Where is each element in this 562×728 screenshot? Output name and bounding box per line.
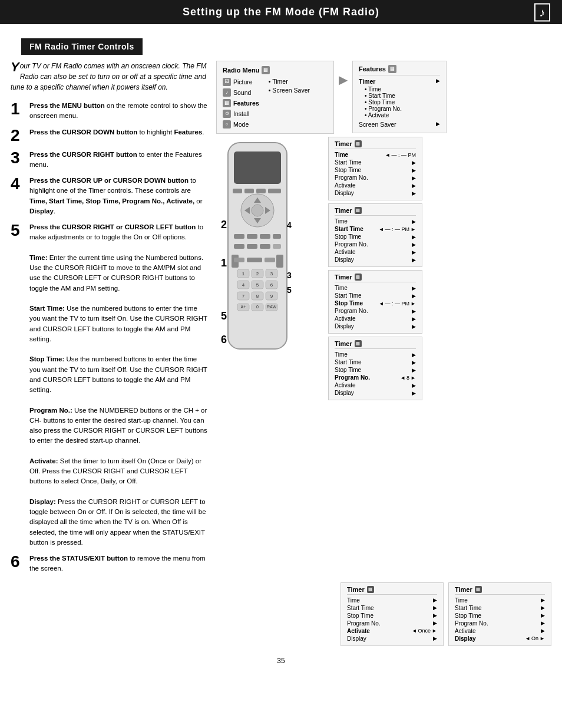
svg-rect-14	[260, 234, 270, 239]
svg-rect-24	[265, 258, 275, 262]
menu-item-features: ▤ Features	[223, 99, 259, 107]
features-icon: ▤	[223, 99, 231, 107]
svg-rect-18	[260, 244, 270, 249]
sp-left-arrow-6: ◄	[525, 635, 530, 641]
middle-diagram: 1 2 3 4 5 6 7 8 9 A+ 0	[216, 137, 551, 400]
features-panel: Features ▤ Timer ▶ • Time • Start Time •…	[352, 61, 447, 133]
tp-label-stoptime-3: Stop Time	[335, 300, 363, 307]
timer-panel-stoptime: Timer ▤ Time ▶ Start Time ▶ Stop Time	[328, 270, 422, 334]
step-2: 2 Press the CURSOR DOWN button to highli…	[11, 127, 208, 144]
sp-display-controls: ◄ On ►	[525, 635, 545, 641]
svg-text:3: 3	[287, 271, 292, 280]
features-screensaver-row: Screen Saver ▶	[359, 121, 440, 128]
tp-label-display-4: Display	[335, 390, 354, 396]
features-timer-row: Timer ▶	[359, 78, 440, 85]
sp-arrow-starttime-5: ▶	[433, 605, 437, 611]
svg-text:4: 4	[242, 282, 245, 288]
page-title: Setting up the FM Mode (FM Radio)	[183, 6, 379, 18]
features-timer-label: Timer	[359, 78, 375, 85]
tp-label-display-2: Display	[335, 256, 354, 263]
tp-label-time-3: Time	[335, 285, 348, 291]
tp-arrow-activate-3: ▶	[412, 316, 416, 322]
tp-row-programno-1: Program No. ▶	[335, 174, 416, 182]
tp-arrow-programno-2: ▶	[412, 242, 416, 248]
music-icon: ♪	[534, 3, 550, 21]
step-number-5: 5	[11, 222, 25, 548]
step-text-4: Press the CURSOR UP or CURSOR DOWN butto…	[29, 176, 208, 216]
tp-row-stoptime-3: Stop Time ◄ — : — PM ►	[335, 299, 416, 307]
step-5: 5 Press the CURSOR RIGHT or CURSOR LEFT …	[11, 222, 208, 548]
tp-label-programno-4: Program No.	[335, 374, 370, 381]
radio-menu-panel: Radio Menu ▤ 🖼 Picture ♪ Sound ▤ Feature…	[216, 61, 334, 134]
timer-panels-column: Timer ▤ Time ◄ — : — PM Start Time ▶	[328, 137, 422, 400]
tp-row-time-3: Time ▶	[335, 284, 416, 292]
tp-row-starttime-2: Start Time ◄ — : — PM ►	[335, 225, 416, 233]
step-number-3: 3	[11, 150, 25, 170]
step-number-4: 4	[11, 176, 25, 216]
tp-arrow-stoptime-2: ▶	[412, 234, 416, 240]
sp-row-time-6: Time ▶	[455, 597, 545, 604]
tp-arrow-display-4: ▶	[412, 390, 416, 396]
top-diagram-row: Radio Menu ▤ 🖼 Picture ♪ Sound ▤ Feature…	[216, 61, 551, 134]
timer-panel-programno-title: Timer ▤	[335, 340, 416, 349]
sp-activate-controls: ◄ Once ►	[412, 628, 437, 634]
sub-stop-time: • Stop Time	[365, 99, 440, 106]
tp-arrow-programno-3: ▶	[412, 308, 416, 314]
tp-row-activate-3: Activate ▶	[335, 315, 416, 322]
timer-icon-4: ▤	[355, 340, 362, 347]
timer-icon-2: ▤	[355, 207, 362, 214]
tp-label-time-4: Time	[335, 351, 348, 358]
timer-panel-programno: Timer ▤ Time ▶ Start Time ▶ Stop Time	[328, 337, 422, 400]
sp-arrow-activate-6: ▶	[541, 628, 545, 634]
tp-stoptime-value: — : — PM	[385, 301, 410, 307]
features-panel-title: Features ▤	[359, 65, 440, 75]
features-screensaver-arrow: ▶	[436, 121, 440, 128]
svg-rect-2	[233, 189, 242, 193]
menu-item-sound: ♪ Sound	[223, 88, 259, 97]
sp-row-display-5: Display ▶	[347, 635, 437, 643]
tp-right-arrow-3: ►	[411, 301, 416, 307]
tp-starttime-controls: ◄ — : — PM ►	[379, 226, 416, 232]
sp-row-display-6: Display ◄ On ►	[455, 635, 545, 643]
svg-text:5: 5	[256, 282, 259, 288]
sub-program-no: • Program No.	[365, 106, 440, 112]
tp-label-activate-3: Activate	[335, 315, 356, 322]
svg-text:5: 5	[287, 285, 292, 295]
menu-item-install: ⚙ Install	[223, 110, 259, 118]
step-6: 6 Press the STATUS/EXIT button to remove…	[11, 554, 208, 574]
sp-arrow-stoptime-6: ▶	[541, 612, 545, 618]
svg-rect-21	[276, 255, 283, 268]
tp-label-starttime-1: Start Time	[335, 159, 362, 166]
svg-text:8: 8	[256, 294, 259, 299]
svg-rect-15	[273, 234, 281, 239]
page: Setting up the FM Mode (FM Radio) ♪ FM R…	[0, 0, 562, 670]
sp-display-value: On	[531, 635, 538, 641]
sp-right-arrow-5: ►	[432, 628, 437, 634]
sub-activate: • Activate	[365, 112, 440, 118]
tp-arrow-activate-1: ▶	[412, 183, 416, 189]
tp-label-display-1: Display	[335, 190, 354, 196]
tp-label-stoptime-4: Stop Time	[335, 367, 361, 373]
tp-stoptime-controls: ◄ — : — PM ►	[379, 301, 416, 307]
page-header: Setting up the FM Mode (FM Radio) ♪	[0, 0, 562, 24]
step-number-6: 6	[11, 554, 25, 574]
svg-text:7: 7	[242, 294, 245, 299]
sp-label-stoptime-6: Stop Time	[455, 612, 481, 619]
sp-arrow-programno-6: ▶	[541, 620, 545, 626]
sp-label-time-5: Time	[347, 597, 360, 604]
display-panel-title: Timer ▤	[455, 586, 545, 595]
sp-label-starttime-5: Start Time	[347, 605, 374, 611]
sp-row-time-5: Time ▶	[347, 597, 437, 604]
step-text-1: Press the MENU button on the remote cont…	[29, 101, 208, 121]
step-4: 4 Press the CURSOR UP or CURSOR DOWN but…	[11, 176, 208, 216]
tp-label-starttime-2: Start Time	[335, 226, 363, 232]
svg-rect-5	[268, 189, 281, 193]
tp-left-arrow-1: ◄	[385, 152, 391, 158]
tp-row-programno-2: Program No. ▶	[335, 241, 416, 248]
tp-row-starttime-3: Start Time ▶	[335, 292, 416, 299]
tp-label-starttime-3: Start Time	[335, 292, 362, 299]
bottom-panels-row: Timer ▤ Time ▶ Start Time ▶ Stop Time ▶ …	[0, 582, 562, 646]
tp-row-activate-2: Activate ▶	[335, 248, 416, 256]
sp-row-stoptime-6: Stop Time ▶	[455, 612, 545, 620]
svg-rect-3	[244, 189, 254, 193]
